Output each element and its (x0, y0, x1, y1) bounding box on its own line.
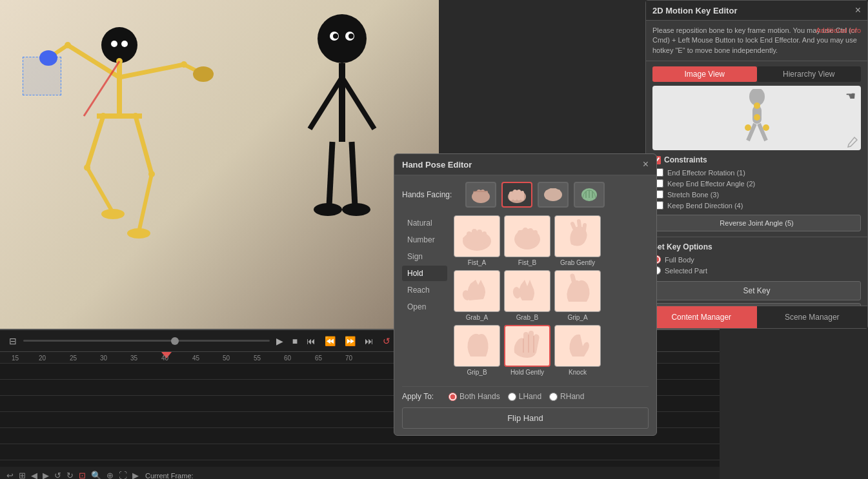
flip-hand-btn[interactable]: Flip Hand (402, 407, 649, 429)
rhand-radio[interactable] (549, 393, 558, 401)
skeleton-preview: ☚ (652, 86, 861, 150)
category-natural[interactable]: Natural (402, 215, 447, 231)
pose-label-grip-a: Grip_A (567, 314, 587, 321)
svg-point-9 (193, 66, 214, 82)
category-open[interactable]: Open (402, 299, 447, 315)
tl-undo-btn[interactable]: ↺ (53, 469, 63, 479)
svg-line-33 (329, 142, 332, 206)
constraint-row-3: Stretch Bone (3) (652, 190, 861, 199)
next-frame-btn[interactable]: ⏩ (342, 335, 358, 347)
content-manager-tab[interactable]: Content Manager (646, 306, 757, 328)
category-reach[interactable]: Reach (402, 282, 447, 298)
skeleton-mini-svg (731, 89, 783, 147)
goto-end-btn[interactable]: ⏭ (362, 335, 376, 347)
hands-facing-label: Hands Facing: (402, 190, 460, 199)
ruler-mark-30: 30 (100, 355, 107, 362)
both-hands-radio[interactable] (449, 393, 457, 401)
pose-label-grab-gently: Grab Gently (560, 259, 595, 266)
category-hold[interactable]: Hold (402, 266, 447, 281)
constraints-section: Constraints End Effector Rotation (1) Ke… (646, 150, 867, 237)
svg-line-13 (136, 116, 152, 174)
hand-facing-btn-1[interactable] (465, 182, 496, 208)
category-number[interactable]: Number (402, 232, 447, 248)
tab-hierarchy-view[interactable]: Hierarchy View (757, 66, 862, 82)
additional-info-link[interactable]: Additional Info (816, 26, 861, 35)
pose-cell-fist-a[interactable]: Fist_A (454, 215, 500, 266)
both-hands-label: Both Hands (459, 392, 500, 401)
lhand-option[interactable]: LHand (508, 392, 541, 401)
svg-rect-75 (533, 230, 538, 241)
svg-rect-59 (553, 188, 557, 199)
hand-facing-btn-2[interactable] (501, 182, 532, 208)
svg-line-14 (139, 174, 152, 232)
pose-img-grab-a (454, 270, 500, 312)
svg-rect-74 (528, 228, 533, 242)
timeline-bottom-controls: ↩ ⊞ ◀ ▶ ↺ ↻ ⊡ 🔍 ⊕ ⛶ ▶ Current Frame: (0, 467, 720, 479)
hand-facing-btn-3[interactable] (538, 182, 569, 208)
hand-pose-editor-dialog: Hand Pose Editor × Hands Facing: Nat (394, 153, 657, 436)
tab-image-view[interactable]: Image View (652, 66, 757, 82)
set-key-btn[interactable]: Set Key (652, 281, 861, 300)
goto-start-btn[interactable]: ⏮ (304, 335, 318, 347)
svg-rect-69 (482, 231, 487, 244)
constraint-row-4: Keep Bend Direction (4) (652, 201, 861, 210)
timeline-collapse-btn[interactable]: ⊟ (6, 335, 19, 347)
svg-rect-49 (485, 191, 488, 200)
stick-figure-svg (0, 0, 439, 329)
hand-facing-btn-4[interactable] (574, 182, 605, 208)
tl-fit-btn[interactable]: ⛶ (117, 469, 128, 479)
timeline-zoom-slider[interactable] (23, 340, 270, 342)
both-hands-option[interactable]: Both Hands (449, 392, 500, 401)
ruler-mark-45: 45 (192, 355, 199, 362)
svg-rect-52 (509, 191, 513, 200)
category-sign[interactable]: Sign (402, 249, 447, 264)
rhand-option[interactable]: RHand (549, 392, 584, 401)
lhand-label: LHand (519, 392, 541, 401)
tl-next-btn[interactable]: ▶ (41, 469, 50, 479)
play-btn[interactable]: ▶ (274, 335, 286, 347)
svg-point-28 (333, 34, 338, 39)
reverse-joint-angle-btn[interactable]: Reverse Joint Angle (5) (652, 215, 861, 231)
svg-line-81 (572, 276, 574, 281)
stop-btn[interactable]: ■ (290, 335, 300, 347)
pose-cell-hold-gently[interactable]: Hold Gently (504, 325, 550, 376)
svg-rect-55 (521, 191, 524, 200)
ruler-mark-20: 20 (39, 355, 46, 362)
tl-zoom-in-btn[interactable]: ⊕ (105, 469, 115, 479)
prev-frame-btn[interactable]: ⏪ (322, 335, 338, 347)
panel-title: 2D Motion Key Editor (652, 6, 737, 15)
tl-redo-btn[interactable]: ↻ (65, 469, 75, 479)
svg-line-32 (342, 77, 374, 129)
scene-manager-tab[interactable]: Scene Manager (757, 306, 868, 328)
svg-line-12 (87, 168, 113, 213)
panel-close-btn[interactable]: × (855, 5, 861, 16)
ruler-mark-55: 55 (254, 355, 261, 362)
edit-icon[interactable] (845, 136, 858, 151)
pose-cell-grip-a[interactable]: Grip_A (554, 270, 601, 321)
tl-grid-btn[interactable]: ⊞ (17, 469, 27, 479)
constraint-row-1: End Effector Rotation (1) (652, 168, 861, 177)
hpe-close-btn[interactable]: × (643, 159, 649, 170)
tl-select-btn[interactable]: ⊡ (77, 469, 87, 479)
tl-loop-btn[interactable]: ↩ (5, 469, 15, 479)
ruler-mark-15: 15 (12, 355, 19, 362)
pose-cell-grab-a[interactable]: Grab_A (454, 270, 500, 321)
svg-rect-67 (472, 229, 477, 244)
pose-cell-grab-gently[interactable]: Grab Gently (554, 215, 601, 266)
category-list: Natural Number Sign Hold Reach Open (402, 215, 447, 380)
pose-cell-grab-b[interactable]: Grab_B (504, 270, 550, 321)
pose-row-1: Fist_A Fist_B Grab Gently (454, 215, 649, 266)
pose-cell-fist-b[interactable]: Fist_B (504, 215, 550, 266)
pose-cell-grip-b[interactable]: Grip_B (454, 325, 500, 376)
constraint-label-1: End Effector Rotation (1) (667, 169, 745, 177)
loop-btn[interactable]: ↺ (380, 335, 393, 347)
pose-grid: Fist_A Fist_B Grab Gently (454, 215, 649, 380)
tl-zoom-out-btn[interactable]: 🔍 (90, 469, 103, 479)
pose-img-fist-a (454, 215, 500, 257)
tl-prev-btn[interactable]: ◀ (30, 469, 39, 479)
tl-play2-btn[interactable]: ▶ (131, 469, 140, 479)
lhand-radio[interactable] (508, 393, 516, 401)
pose-cell-knock[interactable]: Knock (554, 325, 601, 376)
svg-line-78 (584, 225, 585, 230)
ruler-mark-25: 25 (70, 355, 77, 362)
